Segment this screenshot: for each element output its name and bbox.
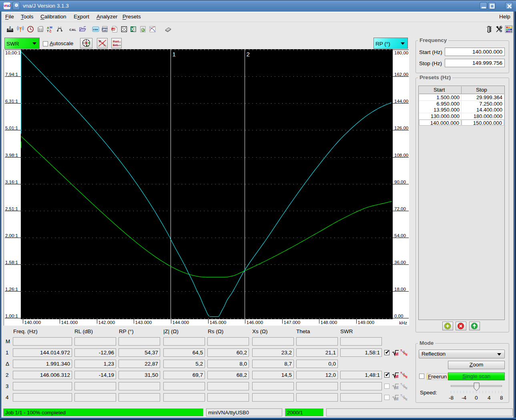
svg-text:Port: Port	[113, 40, 119, 43]
svg-text:@: @	[142, 28, 145, 32]
svg-text:E: E	[406, 353, 408, 356]
svg-text:T: T	[47, 29, 49, 33]
svg-text:3,16:1: 3,16:1	[5, 180, 18, 184]
svg-text:csv: csv	[93, 28, 98, 31]
svg-text:180,00: 180,00	[394, 50, 408, 55]
svg-text:2,51:1: 2,51:1	[5, 206, 18, 211]
svg-text:146.000: 146.000	[247, 320, 263, 325]
svg-text:142.000: 142.000	[98, 320, 115, 325]
svg-text:2: 2	[9, 26, 11, 29]
svg-text:18,00: 18,00	[394, 287, 406, 292]
svg-text:2,00:1: 2,00:1	[5, 233, 18, 238]
svg-text:144.000: 144.000	[173, 320, 189, 325]
svg-text:10,00:1: 10,00:1	[5, 50, 20, 55]
svg-text:145.000: 145.000	[210, 320, 227, 325]
svg-text:0,00: 0,00	[394, 314, 403, 318]
svg-text:kHz: kHz	[399, 320, 407, 325]
svg-text:X: X	[131, 27, 134, 32]
svg-text:149.000: 149.000	[358, 320, 375, 325]
svg-text:126,00: 126,00	[394, 126, 408, 130]
svg-text:JPG: JPG	[102, 28, 108, 31]
svg-text:148.000: 148.000	[321, 320, 337, 325]
svg-text:90,00: 90,00	[394, 180, 406, 184]
svg-text:147.000: 147.000	[284, 320, 301, 325]
svg-text:M: M	[395, 374, 398, 379]
svg-text:1,26:1: 1,26:1	[5, 287, 18, 292]
svg-text:E: E	[406, 375, 408, 378]
svg-text:140.000: 140.000	[24, 320, 41, 325]
svg-text:1,00:1: 1,00:1	[5, 314, 18, 318]
svg-text:M: M	[395, 386, 398, 390]
svg-text:143.000: 143.000	[135, 320, 152, 325]
svg-text:141.000: 141.000	[61, 320, 78, 325]
svg-text:72,00: 72,00	[394, 206, 406, 211]
svg-text:7,94:1: 7,94:1	[5, 72, 18, 77]
svg-text:M: M	[395, 397, 398, 401]
svg-text:Ext.: Ext.	[113, 43, 118, 47]
svg-text:M: M	[50, 26, 52, 29]
svg-text:54,00: 54,00	[394, 233, 406, 238]
svg-text:1,58:1: 1,58:1	[5, 260, 18, 265]
svg-text:M: M	[395, 352, 398, 356]
svg-text:144,00: 144,00	[394, 99, 408, 104]
svg-text:6,31:1: 6,31:1	[5, 99, 18, 104]
svg-text:36,00: 36,00	[394, 260, 406, 265]
svg-text:CAL: CAL	[69, 28, 76, 32]
svg-text:162,00: 162,00	[394, 72, 408, 77]
svg-text:5,01:1: 5,01:1	[5, 126, 18, 130]
svg-text:108,00: 108,00	[394, 153, 408, 158]
svg-text:3,98:1: 3,98:1	[5, 153, 18, 158]
svg-text:1: 1	[173, 51, 176, 58]
svg-text:2: 2	[247, 51, 250, 58]
svg-text:E: E	[406, 386, 408, 390]
svg-text:E: E	[406, 398, 408, 401]
